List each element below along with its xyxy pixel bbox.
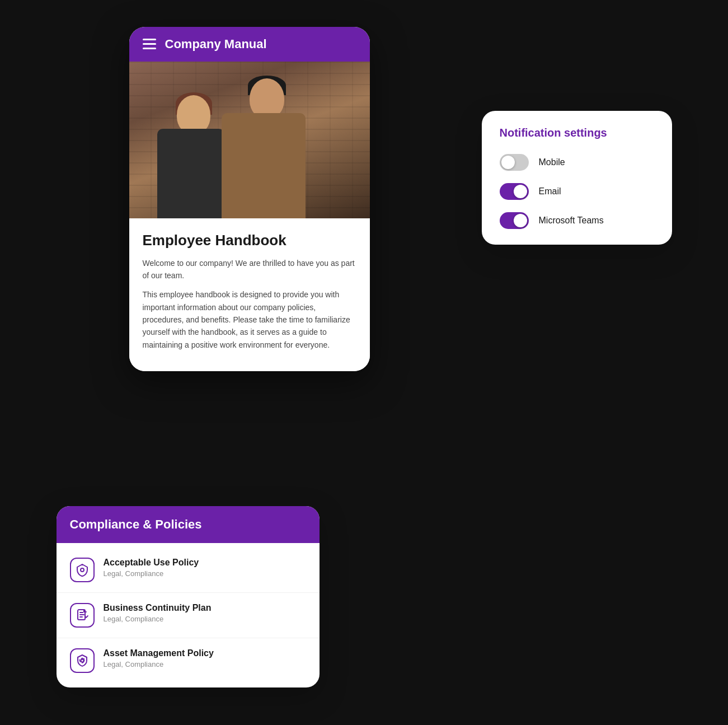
compliance-item-aup-content: Acceptable Use Policy Legal, Compliance <box>104 558 306 578</box>
compliance-icon-gear-shield <box>70 648 95 673</box>
phone-page-title: Employee Handbook <box>143 232 356 249</box>
phone-content: Employee Handbook Welcome to our company… <box>129 218 370 372</box>
toggle-mobile-label: Mobile <box>539 157 565 167</box>
compliance-item-bcp-subtitle: Legal, Compliance <box>104 615 306 623</box>
compliance-item-amp[interactable]: Asset Management Policy Legal, Complianc… <box>57 638 320 683</box>
toggle-teams-thumb <box>514 214 527 227</box>
toggle-teams-label: Microsoft Teams <box>539 216 604 226</box>
hamburger-icon[interactable] <box>143 39 156 49</box>
person2 <box>213 73 314 218</box>
compliance-item-aup-title: Acceptable Use Policy <box>104 558 306 568</box>
person2-head <box>250 78 284 119</box>
compliance-item-amp-subtitle: Legal, Compliance <box>104 660 306 668</box>
compliance-header: Compliance & Policies <box>57 506 320 543</box>
toggle-mobile-thumb <box>501 156 515 169</box>
toggle-row-teams: Microsoft Teams <box>500 212 654 229</box>
notification-settings-title: Notification settings <box>500 127 654 139</box>
compliance-item-amp-content: Asset Management Policy Legal, Complianc… <box>104 648 306 668</box>
compliance-icon-document <box>70 603 95 628</box>
phone-hero-image <box>129 62 370 218</box>
phone-body-text-1: Welcome to our company! We are thrilled … <box>143 257 356 282</box>
notification-settings-card: Notification settings Mobile Email Micro… <box>482 111 672 245</box>
compliance-title: Compliance & Policies <box>70 517 202 531</box>
phone-body-text-2: This employee handbook is designed to pr… <box>143 288 356 351</box>
person2-body <box>222 113 306 218</box>
compliance-item-amp-title: Asset Management Policy <box>104 648 306 658</box>
compliance-item-aup-subtitle: Legal, Compliance <box>104 569 306 578</box>
phone-header: Company Manual <box>129 27 370 62</box>
compliance-item-aup[interactable]: Acceptable Use Policy Legal, Compliance <box>57 548 320 593</box>
toggle-mobile[interactable] <box>500 154 529 171</box>
compliance-icon-shield <box>70 558 95 582</box>
toggle-row-mobile: Mobile <box>500 154 654 171</box>
compliance-list: Acceptable Use Policy Legal, Compliance <box>57 543 320 687</box>
compliance-item-bcp[interactable]: Business Continuity Plan Legal, Complian… <box>57 593 320 638</box>
toggle-email-label: Email <box>539 186 561 197</box>
compliance-card: Compliance & Policies Acceptable Use Pol… <box>57 506 320 687</box>
phone-card: Company Manual Emp <box>129 27 370 372</box>
toggle-email-thumb <box>514 185 527 198</box>
toggle-email[interactable] <box>500 183 529 200</box>
compliance-item-bcp-content: Business Continuity Plan Legal, Complian… <box>104 603 306 623</box>
toggle-row-email: Email <box>500 183 654 200</box>
svg-point-0 <box>81 568 84 572</box>
phone-header-title: Company Manual <box>165 37 267 52</box>
scene: Company Manual Emp <box>57 27 672 699</box>
toggle-teams[interactable] <box>500 212 529 229</box>
photo-simulation <box>129 62 370 218</box>
compliance-item-bcp-title: Business Continuity Plan <box>104 603 306 613</box>
